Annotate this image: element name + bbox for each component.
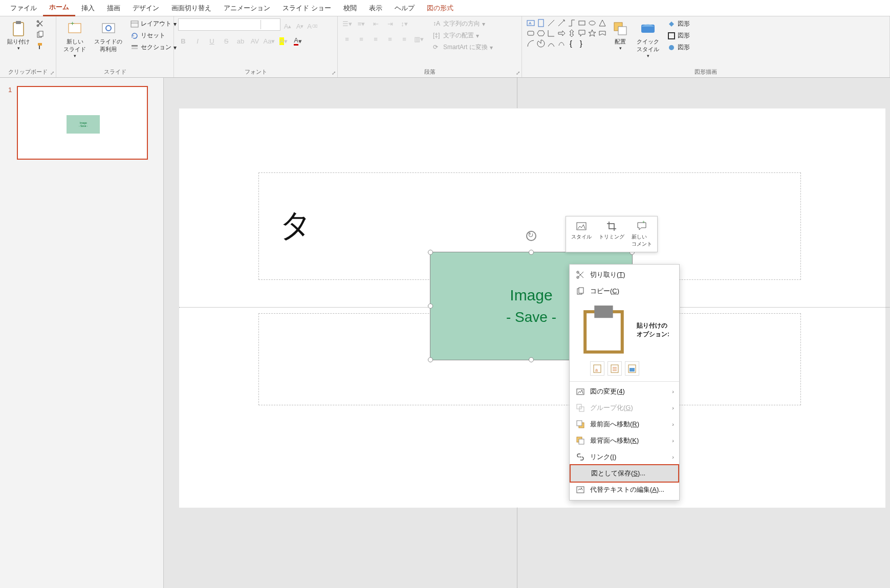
change-case-button[interactable]: Aa▾ [264,36,274,46]
shape-rbrace-icon[interactable]: } [577,39,587,48]
reuse-slides-button[interactable]: スライドの 再利用 [91,18,125,55]
char-spacing-button[interactable]: AV [250,36,260,46]
font-color-button[interactable]: A▾ [293,36,303,46]
shape-arrow-line-icon[interactable] [557,18,566,28]
shape-more2-icon[interactable] [598,39,607,48]
align-text-button[interactable]: [‡]文字の配置 ▾ [430,30,496,41]
resize-handle-w[interactable] [428,303,433,309]
shape-triangle-icon[interactable] [598,18,607,28]
shape-effects-button[interactable]: 図形 [664,42,693,53]
shape-textbox-icon[interactable]: A [526,18,535,28]
rotate-handle[interactable] [526,231,536,241]
tab-help[interactable]: ヘルプ [388,1,421,16]
text-direction-button[interactable]: ↕A文字列の方向 ▾ [430,18,496,29]
shape-more1-icon[interactable] [588,39,597,48]
mini-new-comment-button[interactable]: + 新しい コメント [628,219,655,250]
decrease-font-button[interactable]: A▾ [295,21,305,31]
ctx-cut[interactable]: 切り取り(T) [570,267,679,283]
paste-picture[interactable] [625,361,639,376]
shape-callout-icon[interactable] [577,29,587,38]
tab-review[interactable]: 校閲 [337,1,363,16]
resize-handle-sw[interactable] [428,357,433,362]
shape-arrow-right-icon[interactable] [557,29,566,38]
layout-button[interactable]: レイアウト ▾ [127,18,180,29]
cut-button[interactable] [35,18,45,29]
align-right-button[interactable]: ≡ [371,34,381,44]
tab-slideshow[interactable]: スライド ショー [276,1,337,16]
section-button[interactable]: セクション ▾ [127,42,180,53]
ctx-copy[interactable]: コピー(C) [570,283,679,299]
slide-thumbnail-1[interactable]: Image - Save - [17,86,148,160]
align-center-button[interactable]: ≡ [356,34,366,44]
shape-line-icon[interactable] [547,18,556,28]
shape-curve-icon[interactable] [547,39,556,48]
tab-file[interactable]: ファイル [4,1,43,16]
shape-hexagon-icon[interactable] [536,29,546,38]
ctx-link[interactable]: リンク(I)› [570,449,679,465]
shapes-gallery[interactable]: A { } [526,18,607,48]
clear-format-button[interactable]: A⌫ [307,21,317,31]
tab-draw[interactable]: 描画 [101,1,126,16]
shape-elbow-icon[interactable] [547,29,556,38]
line-spacing-button[interactable]: ↕▾ [399,18,409,29]
ctx-change-picture[interactable]: 図の変更(4)› [570,383,679,400]
shape-oval-icon[interactable] [588,18,597,28]
shape-pie-icon[interactable] [536,39,546,48]
tab-insert[interactable]: 挿入 [75,1,101,16]
indent-inc-button[interactable]: ⇥ [385,18,395,29]
strike-button[interactable]: S [221,36,231,46]
shape-arrow-updown-icon[interactable] [567,29,576,38]
paste-use-dest[interactable] [607,361,622,376]
format-painter-button[interactable] [35,41,45,51]
paste-keep-source[interactable]: a [590,361,604,376]
paragraph-dialog-launcher[interactable]: ⤢ [516,70,520,76]
shape-star-icon[interactable] [588,29,597,38]
tab-transition[interactable]: 画面切り替え [165,1,218,16]
highlight-button[interactable]: A▾ [278,36,289,46]
ctx-send-back[interactable]: 最背面へ移動(K)› [570,432,679,449]
reset-button[interactable]: リセット [127,30,180,41]
increase-font-button[interactable]: A▴ [283,21,293,31]
arrange-button[interactable]: 配置▾ [609,18,632,53]
italic-button[interactable]: I [192,36,203,46]
paste-button[interactable]: 貼り付け▾ [4,18,33,53]
shape-freeform-icon[interactable] [557,39,566,48]
slide-canvas-area[interactable]: タ Image - Save - [164,78,890,588]
mini-crop-button[interactable]: トリミング [596,219,627,250]
shape-fill-button[interactable]: 図形 [664,18,693,29]
resize-handle-n[interactable] [529,250,534,255]
ctx-bring-front[interactable]: 最前面へ移動(R)› [570,416,679,432]
tab-view[interactable]: 表示 [363,1,388,16]
mini-style-button[interactable]: スタイル [568,219,595,250]
font-dialog-launcher[interactable]: ⤢ [332,70,336,76]
shadow-button[interactable]: ab [235,36,246,46]
shape-connector-icon[interactable] [567,18,576,28]
justify-button[interactable]: ≡ [385,34,395,44]
shape-outline-button[interactable]: 図形 [664,30,693,41]
resize-handle-nw[interactable] [428,250,433,255]
align-left-button[interactable]: ≡ [342,34,352,44]
indent-dec-button[interactable]: ⇤ [371,18,381,29]
shape-lbrace-icon[interactable]: { [567,39,576,48]
clipboard-dialog-launcher[interactable]: ⤢ [50,70,54,76]
slide[interactable]: タ Image - Save - [179,108,885,508]
shape-arc-icon[interactable] [526,39,535,48]
bold-button[interactable]: B [178,36,188,46]
shape-textbox-vert-icon[interactable] [536,18,546,28]
bullets-button[interactable]: ☰▾ [342,18,352,29]
distribute-button[interactable]: ≡ [399,34,409,44]
copy-button[interactable] [35,30,45,40]
shape-banner-icon[interactable] [598,29,607,38]
font-selector[interactable] [178,18,280,31]
tab-home[interactable]: ホーム [43,0,75,16]
font-size-input[interactable] [261,20,280,29]
convert-smartart-button[interactable]: ⟳SmartArt に変換 ▾ [430,42,496,53]
ctx-edit-alt-text[interactable]: 代替テキストの編集(A)... [570,482,679,498]
columns-button[interactable]: ▥▾ [414,34,424,44]
underline-button[interactable]: U [207,36,217,46]
tab-picture-format[interactable]: 図の形式 [421,1,460,16]
ctx-save-as-picture[interactable]: 図として保存(S)... [570,464,679,483]
new-slide-button[interactable]: + 新しい スライド▾ [60,18,89,60]
resize-handle-s[interactable] [529,357,534,362]
tab-design[interactable]: デザイン [126,1,165,16]
